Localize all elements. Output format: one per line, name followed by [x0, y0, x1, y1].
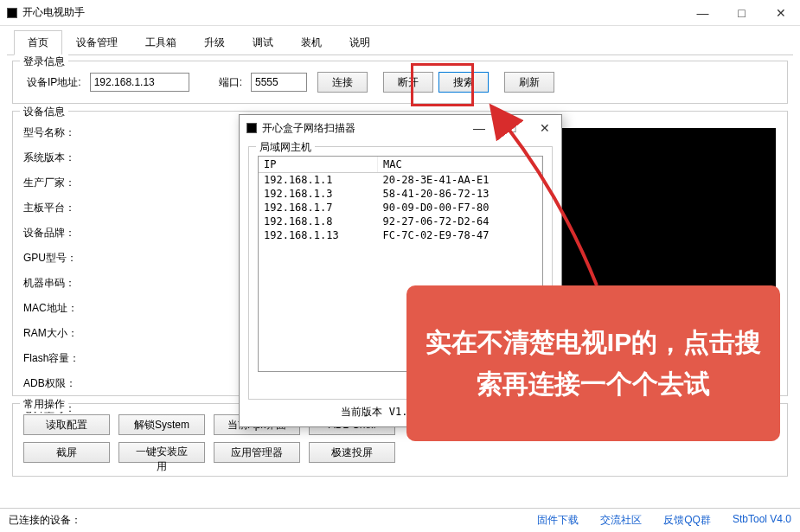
col-ip[interactable]: IP: [259, 157, 378, 173]
tab-debug[interactable]: 调试: [239, 30, 287, 55]
annotation-text: 实在不清楚电视IP的，点击搜索再连接一个个去试: [415, 322, 771, 405]
link-version[interactable]: StbTool V4.0: [733, 513, 791, 528]
connect-button[interactable]: 连接: [317, 72, 368, 93]
host-mac: 92-27-06-72-D2-64: [378, 215, 542, 228]
scanner-maximize-button[interactable]: □: [496, 115, 528, 141]
host-row[interactable]: 192.168.1.790-09-D0-00-F7-80: [259, 201, 542, 215]
host-mac: 20-28-3E-41-AA-E1: [378, 173, 542, 188]
disconnect-button[interactable]: 断开: [383, 72, 433, 93]
status-bar: 已连接的设备： 固件下载 交流社区 反馈QQ群 StbTool V4.0: [0, 508, 800, 532]
host-row[interactable]: 192.168.1.892-27-06-72-D2-64: [259, 215, 542, 228]
scanner-titlebar[interactable]: 开心盒子网络扫描器 — □ ✕: [240, 115, 561, 141]
host-mac: 58-41-20-86-72-13: [378, 187, 542, 201]
link-qq[interactable]: 反馈QQ群: [663, 513, 711, 528]
minimize-button[interactable]: —: [683, 0, 722, 26]
lan-legend: 局域网主机: [256, 140, 315, 155]
host-mac: 90-09-D0-00-F7-80: [378, 201, 542, 215]
install-apk-button[interactable]: 一键安装应用: [118, 442, 205, 463]
scanner-minimize-button[interactable]: —: [463, 115, 496, 141]
tab-help[interactable]: 说明: [336, 30, 384, 55]
window-title: 开心电视助手: [22, 5, 683, 20]
status-connected: 已连接的设备：: [9, 513, 537, 528]
screen-preview: [555, 128, 776, 294]
host-ip: 192.168.1.8: [259, 215, 378, 228]
refresh-button[interactable]: 刷新: [504, 72, 554, 93]
cast-button[interactable]: 极速投屏: [309, 442, 395, 463]
tab-upgrade[interactable]: 升级: [190, 30, 239, 55]
host-ip: 192.168.1.13: [259, 228, 378, 242]
col-mac[interactable]: MAC: [378, 157, 542, 173]
tab-device-manage[interactable]: 设备管理: [62, 30, 131, 55]
host-ip: 192.168.1.7: [259, 201, 378, 215]
host-ip: 192.168.1.3: [259, 187, 378, 201]
tab-home[interactable]: 首页: [14, 30, 62, 55]
host-row[interactable]: 192.168.1.13FC-7C-02-E9-78-47: [259, 228, 542, 242]
tab-bar: 首页 设备管理 工具箱 升级 调试 装机 说明: [7, 29, 793, 55]
read-config-button[interactable]: 读取配置: [23, 414, 110, 435]
login-fieldset: 登录信息 设备IP地址: 端口: 连接 断开 搜索 刷新: [12, 61, 788, 104]
host-row[interactable]: 192.168.1.120-28-3E-41-AA-E1: [259, 173, 542, 188]
ops-legend: 常用操作: [20, 397, 68, 412]
link-firmware[interactable]: 固件下载: [537, 513, 579, 528]
app-manager-button[interactable]: 应用管理器: [214, 442, 300, 463]
scanner-title: 开心盒子网络扫描器: [262, 121, 463, 136]
close-button[interactable]: ✕: [761, 0, 800, 26]
port-input[interactable]: [251, 73, 307, 92]
ip-label: 设备IP地址:: [27, 75, 81, 90]
app-icon: [7, 8, 17, 18]
screenshot-button[interactable]: 截屏: [23, 442, 110, 463]
host-row[interactable]: 192.168.1.358-41-20-86-72-13: [259, 187, 542, 201]
scanner-app-icon: [246, 123, 257, 133]
window-controls: — □ ✕: [683, 0, 800, 26]
host-ip: 192.168.1.1: [259, 173, 378, 188]
titlebar: 开心电视助手 — □ ✕: [0, 0, 800, 26]
scanner-close-button[interactable]: ✕: [528, 115, 561, 141]
maximize-button[interactable]: □: [722, 0, 761, 26]
tab-toolbox[interactable]: 工具箱: [131, 30, 190, 55]
device-legend: 设备信息: [20, 105, 68, 119]
login-legend: 登录信息: [20, 54, 68, 69]
link-community[interactable]: 交流社区: [600, 513, 642, 528]
ip-input[interactable]: [90, 73, 189, 92]
unlock-system-button[interactable]: 解锁System: [118, 414, 205, 435]
port-label: 端口:: [219, 75, 242, 90]
host-mac: FC-7C-02-E9-78-47: [378, 228, 542, 242]
tab-install[interactable]: 装机: [287, 30, 336, 55]
search-button[interactable]: 搜索: [438, 72, 489, 93]
annotation-callout: 实在不清楚电视IP的，点击搜索再连接一个个去试: [406, 285, 780, 441]
